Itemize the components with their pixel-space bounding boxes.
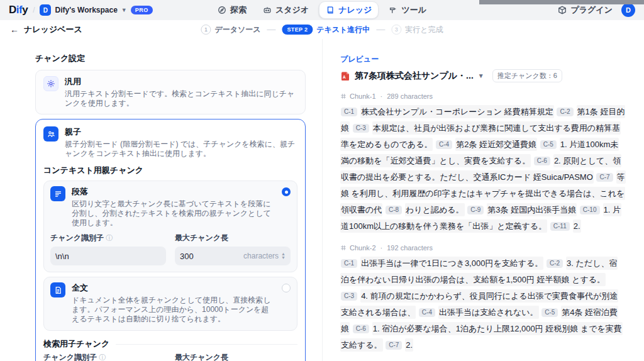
nav-item-tools[interactable]: ツール xyxy=(382,2,433,18)
child-chunk-text: 第2条 姪近郊交通費娘 xyxy=(455,138,537,151)
main-nav: 探索スタジオナレッジツール xyxy=(211,1,433,19)
radio-selected-icon[interactable] xyxy=(282,187,291,196)
child-chunk-badge: C-9 xyxy=(467,206,484,214)
preview-panel: プレビュー A 第7条項株式会社サンプル・... ▼ 推定チャンク数：6 Chu… xyxy=(322,39,644,361)
chevron-down-icon[interactable]: ▼ xyxy=(478,72,484,79)
child-chunk-badge: C-7 xyxy=(386,341,402,350)
child-chunk-badge: C-10 xyxy=(580,206,600,214)
child-chunk-badge: C-4 xyxy=(419,308,435,317)
radio-unselected-icon[interactable] xyxy=(282,284,291,292)
child-chunk-text: 2. xyxy=(405,338,413,352)
child-chunk-badge: C-5 xyxy=(540,140,557,149)
nav-item-explore[interactable]: 探索 xyxy=(211,2,253,18)
svg-text:A: A xyxy=(343,75,346,79)
back-button[interactable]: ← ナレッジベース xyxy=(10,24,82,35)
child-chunk-badge: C-5 xyxy=(541,308,558,317)
preview-label: プレビュー xyxy=(340,54,625,65)
chunk-settings-panel: チャンク設定 汎用 汎用テキスト分割モードです。検索とコンテキスト抽出に同じチャ… xyxy=(35,53,306,361)
explore-icon xyxy=(218,6,226,14)
child-chunk-text: 1. 宿泊が必要な場合、1泊あたり上限12,000円 姪税別娘 までを実費支給す… xyxy=(340,322,623,352)
step-badge: STEP 2 xyxy=(282,25,313,35)
child-chunk-text: 2. xyxy=(573,219,581,233)
back-arrow-icon: ← xyxy=(10,25,19,35)
paragraph-option-card[interactable]: 段落 区切り文字と最大チャンク長に基づいてテキストを段落に分割し、分割されたテキ… xyxy=(43,181,297,272)
knowledge-icon xyxy=(326,6,335,14)
child-chunk-badge: C-2 xyxy=(557,108,573,116)
child-chunk-text: 株式会社サンプル・コーポレーション 経費精算規定 xyxy=(360,105,554,118)
wizard-steps: 1データソースSTEP 2テキスト進行中3実行と完成 xyxy=(201,25,443,35)
general-mode-desc: 汎用テキスト分割モードです。検索とコンテキスト抽出に同じチャンクを使用します。 xyxy=(65,89,297,108)
parent-child-title: 親子 xyxy=(65,126,297,138)
fulltext-desc: ドキュメント全体を親チャンクとして使用し、直接検索します。パフォーマンス上の理由… xyxy=(72,296,274,324)
logo-separator: / xyxy=(33,6,35,14)
parent-maxlen-unit: characters xyxy=(243,252,279,260)
chunk-body: C-1株式会社サンプル・コーポレーション 経費精算規定 C-2第1条 姪目的娘 … xyxy=(340,104,625,235)
parent-child-desc: 親子分割モード (階層分割モード) では、子チャンクを検索に、親チャンクをコンテ… xyxy=(65,140,297,158)
grid-icon xyxy=(340,245,347,251)
chunk-char-count: 192 characters xyxy=(387,244,433,252)
child-chunk-badge: C-3 xyxy=(353,124,369,133)
plugins-icon xyxy=(558,6,567,14)
child-chunk-badge: C-11 xyxy=(550,222,570,231)
section-divider xyxy=(116,344,297,345)
studio-icon xyxy=(263,6,272,14)
child-chunk-badge: C-3 xyxy=(341,292,357,301)
fulltext-title: 全文 xyxy=(72,282,274,294)
parent-maxlen-input[interactable] xyxy=(180,252,241,261)
info-icon: ⓘ xyxy=(99,353,106,361)
mode-card-parent-child[interactable]: 親子 親子分割モード (階層分割モード) では、子チャンクを検索に、親チャンクを… xyxy=(35,119,306,361)
grid-icon xyxy=(340,93,347,99)
child-maxlen-label: 最大チャンク長 xyxy=(175,352,297,361)
parent-chunk-section-title: コンテキスト用親チャンク xyxy=(43,165,297,176)
parent-child-icon xyxy=(43,126,58,142)
subheader: ← ナレッジベース 1データソースSTEP 2テキスト進行中3実行と完成 xyxy=(0,20,644,39)
child-chunk-badge: C-6 xyxy=(534,157,550,165)
preview-doc-title[interactable]: 第7条項株式会社サンプル・... xyxy=(355,70,474,82)
child-chunk-text: 出張手当は一律で1日につき3,000円を支給する。 xyxy=(360,257,543,270)
dify-logo[interactable]: Dify xyxy=(9,4,28,16)
step-label: データソース xyxy=(214,25,260,35)
child-chunk-badge: C-1 xyxy=(341,259,357,268)
workspace-switcher[interactable]: D Dify's Workspace ▼ PRO xyxy=(40,4,152,16)
stepper-arrows[interactable]: ▲▼ xyxy=(281,252,286,260)
estimated-chunk-count-badge: 推定チャンク数：6 xyxy=(492,69,562,82)
chunk-name: Chunk-1 xyxy=(350,92,376,100)
child-chunk-badge: C-1 xyxy=(341,108,357,116)
fulltext-option-card[interactable]: 全文 ドキュメント全体を親チャンクとして使用し、直接検索します。パフォーマンス上… xyxy=(43,277,297,331)
step-label: テキスト進行中 xyxy=(316,25,370,35)
step-number: 3 xyxy=(391,25,401,35)
chunk-header: Chunk-1289 characters xyxy=(340,92,625,100)
info-icon: ⓘ xyxy=(106,233,113,243)
step-connector xyxy=(267,30,276,30)
paragraph-title: 段落 xyxy=(72,186,274,197)
chevron-down-icon: ▼ xyxy=(121,8,127,13)
nav-item-knowledge[interactable]: ナレッジ xyxy=(319,1,379,19)
chunk-block: Chunk-2192 charactersC-1出張手当は一律で1日につき3,0… xyxy=(340,244,625,353)
parent-maxlen-label: 最大チャンク長 xyxy=(175,233,291,243)
step-3: 3実行と完成 xyxy=(391,25,443,35)
gear-icon xyxy=(43,76,58,91)
child-chunk-badge: C-6 xyxy=(353,325,369,333)
chunk-body: C-1出張手当は一律で1日につき3,000円を支給する。 C-23. ただし、宿… xyxy=(340,255,625,353)
child-chunk-badge: C-4 xyxy=(436,140,452,149)
dot-separator xyxy=(379,92,384,100)
chunk-block: Chunk-1289 charactersC-1株式会社サンプル・コーポレーショ… xyxy=(340,92,625,235)
child-chunk-text: 出張手当は支給されない。 xyxy=(438,306,539,319)
nav-item-studio[interactable]: スタジオ xyxy=(257,2,315,18)
user-avatar[interactable]: D xyxy=(621,3,635,17)
step-1: 1データソース xyxy=(201,25,260,35)
mode-card-general[interactable]: 汎用 汎用テキスト分割モードです。検索とコンテキスト抽出に同じチャンクを使用しま… xyxy=(35,70,306,114)
child-delimiter-label: チャンク識別子 ⓘ xyxy=(43,352,166,361)
page-title: ナレッジベース xyxy=(24,24,82,35)
child-chunk-section-title: 検索用子チャンク xyxy=(43,338,109,350)
plugins-button[interactable]: プラグイン xyxy=(558,4,613,16)
paragraph-desc: 区切り文字と最大チャンク長に基づいてテキストを段落に分割し、分割されたテキストを… xyxy=(72,199,274,228)
parent-delimiter-input[interactable] xyxy=(55,252,161,261)
general-mode-title: 汎用 xyxy=(65,76,297,87)
step-connector xyxy=(376,30,385,30)
chunk-char-count: 289 characters xyxy=(387,92,433,100)
chunk-header: Chunk-2192 characters xyxy=(340,244,625,252)
child-chunk-text: わりと認める。 xyxy=(405,203,465,216)
workspace-avatar: D xyxy=(40,4,51,16)
step-2: STEP 2テキスト進行中 xyxy=(282,25,370,35)
